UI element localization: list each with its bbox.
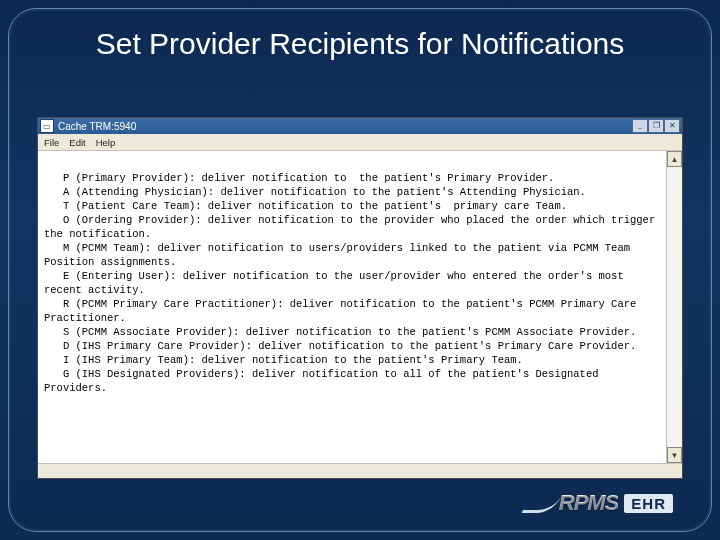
close-button[interactable]: ✕ [664,119,680,133]
scroll-up-button[interactable]: ▲ [667,151,682,167]
window-titlebar[interactable]: ▭ Cache TRM:5940 _ ❐ ✕ [38,118,682,134]
window-title: Cache TRM:5940 [58,121,632,132]
app-icon: ▭ [40,119,54,133]
logo-brand: RPMS [559,490,619,516]
terminal-text[interactable]: P (Primary Provider): deliver notificati… [38,151,666,463]
logo-tag: EHR [624,494,673,513]
logo-swoosh-icon [521,494,562,513]
scroll-track[interactable] [667,167,682,447]
terminal-window: ▭ Cache TRM:5940 _ ❐ ✕ File Edit Help P … [37,117,683,479]
menu-help[interactable]: Help [96,137,116,148]
slide-title: Set Provider Recipients for Notification… [9,9,711,61]
footer-logo: RPMS EHR [525,490,673,516]
minimize-button[interactable]: _ [632,119,648,133]
terminal-body: P (Primary Provider): deliver notificati… [38,151,682,463]
menu-bar: File Edit Help [38,134,682,151]
vertical-scrollbar[interactable]: ▲ ▼ [666,151,682,463]
menu-edit[interactable]: Edit [69,137,85,148]
slide-frame: Set Provider Recipients for Notification… [8,8,712,532]
status-bar [38,463,682,478]
scroll-down-button[interactable]: ▼ [667,447,682,463]
maximize-button[interactable]: ❐ [648,119,664,133]
menu-file[interactable]: File [44,137,59,148]
